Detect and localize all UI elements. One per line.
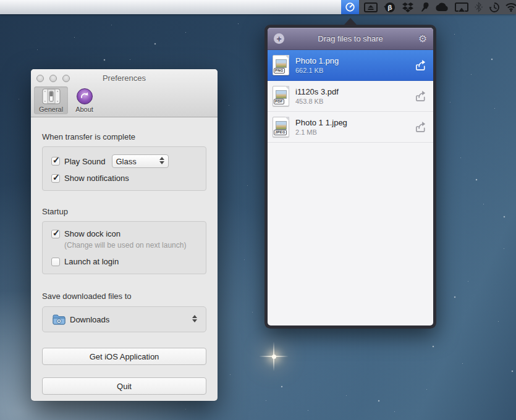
plus-icon: + <box>276 35 281 43</box>
popover-arrow <box>344 18 357 25</box>
drop-zone[interactable] <box>268 143 433 326</box>
launch-at-login-label: Launch at login <box>64 257 119 266</box>
share-icon[interactable] <box>414 59 427 72</box>
save-folder-select[interactable]: Downloads <box>42 306 206 332</box>
file-row[interactable]: JPEG Photo 1 1.jpeg 2.1 MB <box>268 112 433 143</box>
popup-stepper-icon <box>159 157 164 164</box>
file-type-badge: JPEG <box>274 130 287 135</box>
time-machine-icon[interactable] <box>488 0 501 14</box>
startup-section-heading: Startup <box>42 207 206 216</box>
cloud-icon[interactable] <box>434 0 450 14</box>
window-title: Preferences <box>31 74 218 83</box>
file-size: 662.1 KB <box>295 67 414 74</box>
gear-icon: ⚙ <box>418 33 427 44</box>
file-row[interactable]: PDF i1120s 3.pdf 453.8 KB <box>268 81 433 112</box>
show-dock-icon-label: Show dock icon <box>64 229 121 238</box>
share-popover: + Drag files to share ⚙ PNG Photo 1.png … <box>264 25 436 329</box>
play-sound-checkbox[interactable] <box>51 157 60 166</box>
show-dock-icon-checkbox[interactable] <box>51 230 60 238</box>
sound-select[interactable]: Glass <box>112 154 169 168</box>
downloads-folder-icon <box>53 314 66 327</box>
launch-at-login-checkbox[interactable] <box>51 258 60 266</box>
file-name: Photo 1.png <box>295 56 414 65</box>
preferences-content: When transfer is complete Play Sound Gla… <box>31 132 218 395</box>
tab-about-label: About <box>75 106 93 113</box>
transfer-timer-icon <box>345 2 355 12</box>
menu-bar-status-area: β <box>341 0 516 14</box>
beta-icon[interactable]: β <box>383 0 397 14</box>
save-section-heading: Save downloaded files to <box>42 292 206 301</box>
play-sound-label: Play Sound <box>64 157 106 166</box>
file-name: Photo 1 1.jpeg <box>295 118 414 127</box>
popover-title: Drag files to share <box>268 34 433 43</box>
png-file-icon: PNG <box>273 55 289 75</box>
show-notifications-checkbox[interactable] <box>51 174 60 183</box>
tab-about[interactable]: About <box>70 86 98 114</box>
popover-content: + Drag files to share ⚙ PNG Photo 1.png … <box>268 28 433 326</box>
jpeg-file-icon: JPEG <box>273 117 289 137</box>
pdf-file-icon: PDF <box>273 86 289 106</box>
file-name: i1120s 3.pdf <box>295 87 414 96</box>
dock-icon-hint: (Change will be used on next launch) <box>64 241 197 250</box>
file-type-badge: PDF <box>274 99 284 104</box>
pin-icon[interactable] <box>419 0 430 14</box>
menu-bar: β <box>0 0 516 14</box>
popup-stepper-icon <box>192 315 197 322</box>
popover-header: + Drag files to share ⚙ <box>268 28 433 50</box>
file-type-badge: PNG <box>274 68 285 74</box>
switch-icon <box>42 88 61 104</box>
get-ios-application-button[interactable]: Get iOS Application <box>42 348 206 365</box>
preferences-toolbar: General About <box>34 86 98 114</box>
bluetooth-icon[interactable] <box>473 0 484 14</box>
sound-select-value: Glass <box>116 157 137 166</box>
tab-general-label: General <box>39 106 63 113</box>
about-icon <box>77 88 93 104</box>
tab-general[interactable]: General <box>34 86 68 114</box>
transfer-groupbox: Play Sound Glass Show notifications <box>42 146 206 191</box>
quit-button[interactable]: Quit <box>42 377 206 395</box>
file-row[interactable]: PNG Photo 1.png 662.1 KB <box>268 50 433 81</box>
svg-text:β: β <box>387 4 392 12</box>
preferences-window: Preferences General <box>31 69 218 401</box>
airplay-icon[interactable] <box>454 0 470 14</box>
wifi-icon[interactable] <box>504 0 516 14</box>
save-folder-value: Downloads <box>70 315 109 324</box>
add-file-button[interactable]: + <box>274 33 284 44</box>
show-notifications-label: Show notifications <box>64 174 129 183</box>
transfer-section-heading: When transfer is complete <box>42 132 206 141</box>
dropbox-icon[interactable] <box>400 0 415 14</box>
eject-box-icon[interactable] <box>363 0 379 14</box>
app-menubar-icon-active[interactable] <box>341 0 359 14</box>
file-size: 2.1 MB <box>295 128 414 136</box>
startup-groupbox: Show dock icon (Change will be used on n… <box>42 221 206 274</box>
share-icon[interactable] <box>414 90 427 103</box>
share-icon[interactable] <box>414 120 427 133</box>
preferences-titlebar: Preferences General <box>31 69 218 117</box>
settings-button[interactable]: ⚙ <box>418 33 427 44</box>
file-size: 453.8 KB <box>295 98 414 105</box>
bright-star <box>272 355 276 359</box>
